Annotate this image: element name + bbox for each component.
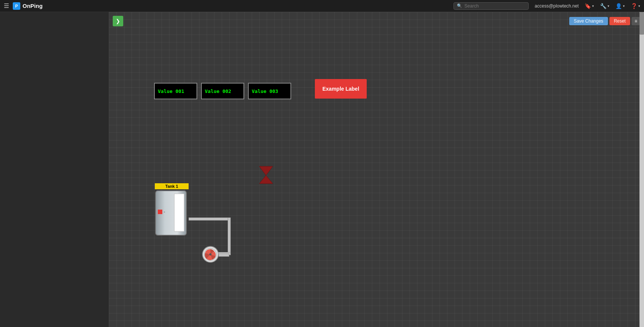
hamburger-icon[interactable]: ☰: [4, 2, 9, 9]
help-button[interactable]: ❓ ▾: [631, 3, 640, 9]
wrench-button[interactable]: 🔧 ▾: [600, 3, 609, 9]
svg-marker-1: [259, 175, 273, 184]
hourglass-svg: [258, 166, 274, 184]
tank-svg: -: [155, 190, 189, 236]
tank-container: Tank 1: [155, 183, 189, 235]
reset-button[interactable]: Reset: [609, 17, 630, 25]
value-box-003[interactable]: Value 003: [248, 83, 291, 99]
logo: P OnPing: [13, 2, 42, 10]
scrollbar-thumb[interactable]: [639, 12, 644, 35]
help-icon: ❓: [631, 3, 637, 9]
search-box[interactable]: 🔍: [454, 2, 529, 10]
navbar-left: ☰ P OnPing: [4, 2, 42, 10]
bookmark-button[interactable]: 🔖 ▾: [585, 3, 594, 9]
svg-point-7: [209, 253, 212, 256]
hourglass-valve[interactable]: [258, 166, 274, 186]
value-box-002[interactable]: Value 002: [201, 83, 244, 99]
navbar: ☰ P OnPing 🔍 access@plowtech.net 🔖 ▾ 🔧 ▾…: [0, 0, 644, 12]
toolbar-left: ❯: [113, 16, 123, 26]
pipe-pump-tail: [219, 254, 229, 257]
pipe-vertical-down: [228, 217, 231, 255]
toolbar-right: Save Changes Reset ≡: [569, 17, 640, 25]
canvas-area[interactable]: ❯ Save Changes Reset ≡ Value 001 Value 0…: [109, 12, 644, 327]
logo-letter: P: [15, 4, 18, 8]
example-label[interactable]: Example Label: [315, 79, 367, 99]
scrollbar[interactable]: [639, 12, 644, 327]
svg-marker-0: [259, 166, 273, 175]
tank-body[interactable]: -: [155, 190, 189, 235]
sidebar: [0, 12, 109, 327]
pump-blades-svg: [204, 248, 217, 261]
wrench-icon: 🔧: [600, 3, 606, 9]
search-icon: 🔍: [457, 3, 462, 8]
menu-button[interactable]: ≡: [632, 17, 640, 25]
pipe-horizontal-out: [189, 217, 230, 221]
pump-circle[interactable]: [202, 246, 219, 263]
svg-rect-3: [174, 194, 184, 231]
search-input[interactable]: [464, 3, 525, 9]
user-email[interactable]: access@plowtech.net: [535, 3, 579, 9]
user-icon: 👤: [615, 3, 622, 9]
save-changes-button[interactable]: Save Changes: [569, 17, 608, 25]
navbar-right: 🔍 access@plowtech.net 🔖 ▾ 🔧 ▾ 👤 ▾ ❓ ▾: [454, 2, 640, 10]
logo-text: OnPing: [23, 3, 42, 9]
value-003-text: Value 003: [252, 88, 278, 94]
tank-label: Tank 1: [155, 183, 189, 189]
main-content: ❯ Save Changes Reset ≡ Value 001 Value 0…: [109, 12, 644, 327]
user-button[interactable]: 👤 ▾: [615, 3, 625, 9]
svg-text:-: -: [163, 209, 166, 214]
bookmark-icon: 🔖: [585, 3, 591, 9]
svg-rect-4: [158, 210, 162, 214]
value-001-text: Value 001: [158, 88, 184, 94]
logo-icon: P: [13, 2, 20, 10]
canvas-toolbar: ❯ Save Changes Reset ≡: [113, 16, 640, 26]
value-box-001[interactable]: Value 001: [154, 83, 197, 99]
example-label-text: Example Label: [322, 86, 359, 92]
value-002-text: Value 002: [205, 88, 231, 94]
expand-button[interactable]: ❯: [113, 16, 123, 26]
